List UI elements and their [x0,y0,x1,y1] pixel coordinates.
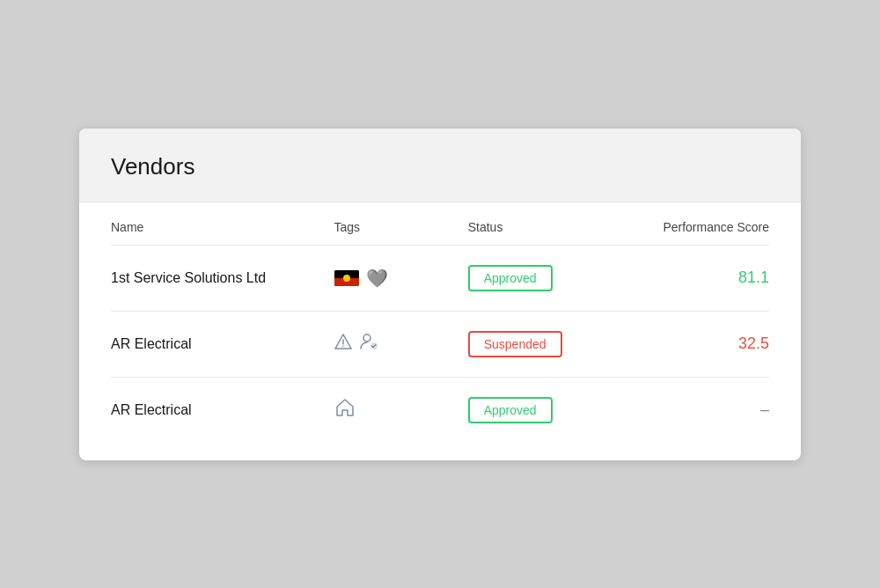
performance-score: 32.5 [602,334,769,353]
person-verified-icon [359,333,378,355]
card-header: Vendors [79,129,801,202]
svg-point-2 [363,334,370,342]
table-row[interactable]: 1st Service Solutions Ltd 🩶 Approved 81.… [111,246,769,312]
performance-score: 81.1 [602,268,769,287]
status-badge: Approved [468,265,553,291]
table-container: Name Tags Status Performance Score 1st S… [79,202,801,460]
tags-cell [334,333,468,355]
vendor-name: AR Electrical [111,402,334,418]
status-badge: Suspended [468,331,562,357]
page-title: Vendors [111,153,769,180]
flag-aboriginal-icon [334,270,359,286]
tags-cell: 🩶 [334,268,468,289]
vendor-name: 1st Service Solutions Ltd [111,270,334,286]
table-row[interactable]: AR Electrical Approved – [111,378,769,443]
col-header-performance-score: Performance Score [602,220,769,234]
vendors-card: Vendors Name Tags Status Performance Sco… [79,129,801,460]
performance-score: – [602,401,769,419]
tags-cell [334,398,468,423]
warning-icon [334,334,352,354]
table-header: Name Tags Status Performance Score [111,202,769,246]
svg-point-1 [342,346,344,348]
status-cell: Suspended [468,331,602,357]
table-row[interactable]: AR Electrical [111,312,769,378]
vendor-name: AR Electrical [111,336,334,352]
status-badge: Approved [468,397,553,423]
home-icon [334,398,356,423]
status-cell: Approved [468,397,602,423]
heart-icon: 🩶 [366,268,388,289]
col-header-status: Status [468,220,602,234]
col-header-name: Name [111,220,334,234]
status-cell: Approved [468,265,602,291]
col-header-tags: Tags [334,220,468,234]
